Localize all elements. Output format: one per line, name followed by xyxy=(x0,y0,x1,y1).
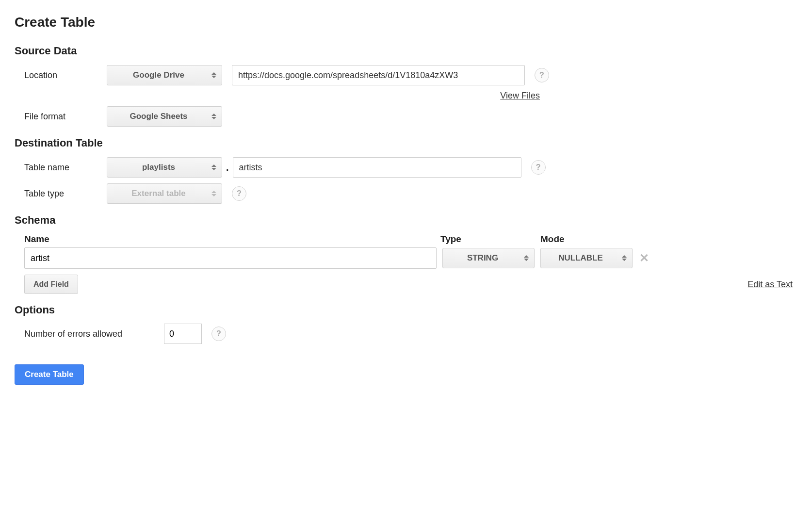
section-destination-table: Destination Table xyxy=(15,137,797,149)
file-format-select[interactable]: Google Sheets xyxy=(107,106,222,127)
create-table-button[interactable]: Create Table xyxy=(15,364,84,385)
help-icon[interactable]: ? xyxy=(211,327,226,341)
source-url-input[interactable] xyxy=(232,65,525,85)
dataset-select-value: playlists xyxy=(142,163,175,172)
add-field-button[interactable]: Add Field xyxy=(24,275,78,294)
table-type-select-value: External table xyxy=(131,189,186,198)
location-select-value: Google Drive xyxy=(133,70,184,80)
errors-allowed-label: Number of errors allowed xyxy=(24,329,164,339)
section-source-data: Source Data xyxy=(15,45,797,57)
table-type-label: Table type xyxy=(24,189,107,199)
dot-separator: . xyxy=(226,162,229,173)
schema-field-type-value: STRING xyxy=(467,253,498,263)
updown-icon xyxy=(211,164,217,170)
location-label: Location xyxy=(24,70,107,81)
dataset-select[interactable]: playlists xyxy=(107,157,222,178)
schema-header-name: Name xyxy=(24,234,440,245)
location-select[interactable]: Google Drive xyxy=(107,65,222,85)
help-icon[interactable]: ? xyxy=(232,186,246,201)
section-options: Options xyxy=(15,304,797,316)
section-schema: Schema xyxy=(15,214,797,227)
view-files-link[interactable]: View Files xyxy=(500,91,540,100)
table-type-select: External table xyxy=(107,183,222,204)
schema-row: STRING NULLABLE ✕ xyxy=(24,247,797,269)
schema-field-name-input[interactable] xyxy=(24,247,437,269)
table-name-input[interactable] xyxy=(233,157,521,178)
updown-icon xyxy=(523,255,529,261)
schema-header-type: Type xyxy=(440,234,540,245)
page-title: Create Table xyxy=(15,15,797,30)
schema-header-mode: Mode xyxy=(540,234,640,245)
schema-field-mode-value: NULLABLE xyxy=(558,253,603,263)
updown-icon xyxy=(211,114,217,119)
help-icon[interactable]: ? xyxy=(535,68,549,82)
table-name-label: Table name xyxy=(24,163,107,173)
schema-field-type-select[interactable]: STRING xyxy=(442,248,535,268)
file-format-label: File format xyxy=(24,112,107,122)
edit-as-text-link[interactable]: Edit as Text xyxy=(747,279,793,289)
help-icon[interactable]: ? xyxy=(531,160,546,175)
updown-icon xyxy=(621,255,627,261)
remove-field-icon[interactable]: ✕ xyxy=(639,252,649,264)
updown-icon xyxy=(211,72,217,78)
updown-icon xyxy=(211,191,217,196)
errors-allowed-input[interactable] xyxy=(164,324,202,344)
schema-field-mode-select[interactable]: NULLABLE xyxy=(540,248,633,268)
file-format-select-value: Google Sheets xyxy=(130,112,187,121)
